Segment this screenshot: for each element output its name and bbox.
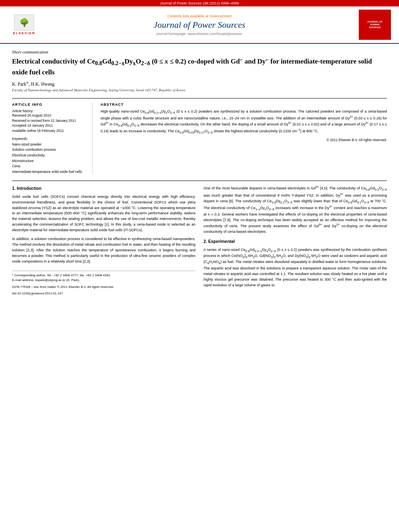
- accepted-date: Accepted 14 January 2011: [12, 123, 86, 128]
- article-info-abstract-section: ARTICLE INFO Article history: Received 2…: [12, 98, 387, 175]
- journal-header: 🌳 ELSEVIER Contents lists available at S…: [0, 6, 399, 44]
- body-left-col: 1. Introduction Solid oxide fuel cells (…: [12, 185, 195, 296]
- body-right-col: One of the most favourable dopants in ce…: [204, 185, 387, 296]
- available-online-date: Available online 16 February 2011: [12, 128, 86, 134]
- experimental-heading: 2. Experimental: [204, 238, 387, 244]
- abstract-text: High-quality nano-sized Ce0.8Gd0.2−xDyxO…: [101, 109, 387, 135]
- received-revised-date: Received in revised form 12 January 2011: [12, 118, 86, 123]
- keyword-1: Nano-sized powder: [12, 142, 86, 148]
- paper-title: Electrical conductivity of Ce0.8Gd0.2−xD…: [12, 57, 387, 77]
- article-info-heading: ARTICLE INFO: [12, 103, 86, 107]
- main-content: Short communication Electrical conductiv…: [0, 44, 399, 302]
- top-bar: Journal of Power Sources 196 (2011) 4996…: [0, 0, 399, 6]
- intro-heading: 1. Introduction: [12, 185, 195, 191]
- received-date: Received 26 August 2010: [12, 113, 86, 118]
- issn-line: 0378-7753/$ – see front matter © 2011 El…: [12, 285, 195, 290]
- keywords-heading: Keywords:: [12, 137, 86, 141]
- keyword-6: Intermediate-temperature solid oxide fue…: [12, 169, 86, 175]
- keyword-2: Solution combustion process: [12, 147, 86, 153]
- keyword-5: Ceria: [12, 164, 86, 169]
- elsevier-logo: 🌳 ELSEVIER: [8, 14, 40, 35]
- elsevier-wordmark: ELSEVIER: [13, 31, 35, 35]
- authors: K. Park∗, H.K. Hwang: [12, 81, 387, 86]
- article-history-label: Article history:: [12, 109, 86, 113]
- affiliation: Faculty of Nanotechnology and Advanced M…: [12, 88, 387, 92]
- body-section: 1. Introduction Solid oxide fuel cells (…: [12, 185, 387, 296]
- corresponding-author: * Corresponding author. Tel.: +82 2 3408…: [12, 273, 195, 278]
- intro-para-1: Solid oxide fuel cells (SOFCs) convert c…: [12, 194, 195, 234]
- elsevier-tree-icon: 🌳: [14, 14, 34, 31]
- keyword-4: Microstructure: [12, 158, 86, 164]
- keywords-section: Keywords: Nano-sized powder Solution com…: [12, 137, 86, 175]
- abstract-heading: ABSTRACT: [101, 103, 387, 107]
- journal-title: Journal of Power Sources: [40, 20, 359, 30]
- section-type: Short communication: [12, 50, 387, 54]
- article-info-column: ARTICLE INFO Article history: Received 2…: [12, 103, 93, 175]
- power-logo-text: JOURNAL OFPOWERSOURCES: [367, 21, 383, 29]
- journal-citation: Journal of Power Sources 196 (2011) 4996…: [160, 1, 239, 5]
- journal-homepage: journal homepage: www.elsevier.com/locat…: [40, 32, 359, 36]
- section-divider: [12, 181, 387, 181]
- right-para-1: One of the most favourable dopants in ce…: [204, 185, 387, 235]
- footnotes: * Corresponding author. Tel.: +82 2 3408…: [12, 271, 195, 296]
- copyright: © 2011 Elsevier B.V. All rights reserved…: [101, 138, 387, 142]
- power-sources-logo: JOURNAL OFPOWERSOURCES: [359, 10, 391, 40]
- abstract-column: ABSTRACT High-quality nano-sized Ce0.8Gd…: [101, 103, 387, 175]
- sciencedirect-label: Contents lists available at ScienceDirec…: [40, 14, 359, 18]
- email-footnote: E-mail address: kspark@sejong.ac.kr (K. …: [12, 278, 195, 283]
- experimental-para: A series of nano-sized Ce0.8Gd0.2−xDyxO2…: [204, 247, 387, 288]
- intro-para-2: In addition, a solution combustion proce…: [12, 236, 195, 265]
- article-history: Article history: Received 26 August 2010…: [12, 109, 86, 134]
- doi-line: doi:10.1016/j.jpowsour.2011.01.107: [12, 291, 195, 296]
- journal-header-center: Contents lists available at ScienceDirec…: [40, 14, 359, 36]
- keyword-3: Electrical conductivity: [12, 153, 86, 158]
